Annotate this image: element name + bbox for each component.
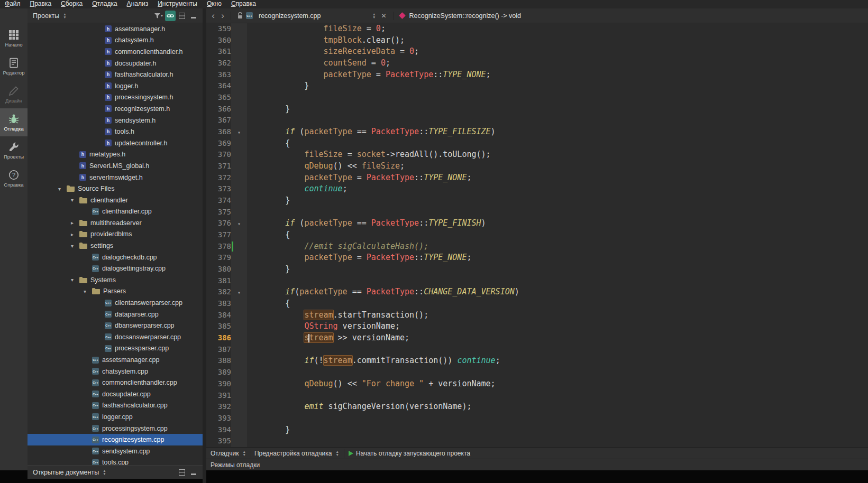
tree-item-processingsystem.cpp[interactable]: C++processingsystem.cpp	[28, 423, 203, 434]
menu-item-Сборка[interactable]: Сборка	[56, 0, 87, 8]
fold-arrow-icon[interactable]: ▾	[237, 221, 241, 227]
tree-item-logger.cpp[interactable]: C++logger.cpp	[28, 411, 203, 423]
line-number[interactable]: 378	[206, 241, 231, 253]
line-number[interactable]: 381	[206, 275, 231, 287]
close-document-button[interactable]: ✕	[377, 12, 390, 20]
close-sidebar-button[interactable]	[188, 467, 199, 478]
code-line-391[interactable]: 391	[206, 390, 868, 402]
line-number[interactable]: 383	[206, 298, 231, 310]
tree-item-settings[interactable]: ▾settings	[28, 240, 203, 252]
line-number[interactable]: 365	[206, 92, 231, 104]
code-line-375[interactable]: 375	[206, 207, 868, 218]
fold-margin[interactable]: ▾	[231, 126, 247, 138]
code-line-377[interactable]: 377 {	[206, 229, 868, 241]
collapse-arrow-icon[interactable]: ▾	[58, 186, 67, 192]
fold-margin[interactable]: ▾	[231, 218, 247, 229]
tree-item-commonclienthandler.cpp[interactable]: C++commonclienthandler.cpp	[28, 377, 203, 388]
split-panel-button[interactable]	[177, 11, 187, 21]
code-line-390[interactable]: 390 qDebug() << "For change " + versionN…	[206, 378, 868, 390]
tree-item-dialogcheckdb.cpp[interactable]: C++dialogcheckdb.cpp	[28, 252, 203, 263]
tree-item-Systems[interactable]: ▾Systems	[28, 274, 203, 286]
line-number[interactable]: 364	[206, 80, 231, 92]
code-line-371[interactable]: 371 qDebug() << fileSize;	[206, 161, 868, 172]
line-number[interactable]: 387	[206, 344, 231, 356]
menu-item-Отладка[interactable]: Отладка	[87, 0, 122, 8]
code-line-369[interactable]: 369 {	[206, 138, 868, 150]
tree-item-docsupdater.h[interactable]: hdocsupdater.h	[28, 58, 203, 69]
tree-item-serverlmswidget.h[interactable]: hserverlmswidget.h	[28, 172, 203, 183]
code-line-386[interactable]: 386 stream >> versionName;	[206, 332, 868, 344]
code-line-362[interactable]: 362 countSend = 0;	[206, 58, 868, 69]
menu-item-Анализ[interactable]: Анализ	[122, 0, 153, 8]
line-number[interactable]: 370	[206, 149, 231, 161]
code-line-381[interactable]: 381	[206, 275, 868, 287]
line-number[interactable]: 371	[206, 161, 231, 172]
code-line-385[interactable]: 385 QString versionName;	[206, 321, 868, 332]
tree-item-Source Files[interactable]: ▾Source Files	[28, 183, 203, 194]
expand-arrow-icon[interactable]: ▸	[71, 220, 79, 226]
tree-item-multithreadserver[interactable]: ▸multithreadserver	[28, 217, 203, 229]
sync-with-editor-button[interactable]	[165, 11, 176, 21]
tree-item-chatsystem.cpp[interactable]: C++chatsystem.cpp	[28, 366, 203, 377]
code-line-395[interactable]: 395	[206, 435, 868, 447]
mode-projects[interactable]: Проекты	[0, 136, 28, 164]
projects-panel-title[interactable]: Проекты	[31, 12, 61, 20]
line-number[interactable]: 391	[206, 390, 231, 402]
mode-design[interactable]: Дизайн	[0, 80, 28, 108]
line-number[interactable]: 390	[206, 378, 231, 390]
code-line-361[interactable]: 361 sizeReceiveData = 0;	[206, 46, 868, 58]
line-number[interactable]: 368	[206, 126, 231, 138]
menu-item-Справка[interactable]: Справка	[226, 0, 261, 8]
line-number[interactable]: 363	[206, 69, 231, 81]
code-line-373[interactable]: 373 continue;	[206, 183, 868, 195]
tree-item-recognizesystem.cpp[interactable]: C++recognizesystem.cpp	[28, 434, 203, 445]
code-line-360[interactable]: 360 tmpBlock.clear();	[206, 35, 868, 47]
collapse-arrow-icon[interactable]: ▾	[84, 289, 92, 294]
code-line-392[interactable]: 392 emit sigChangeVersion(versionName);	[206, 401, 868, 413]
line-number[interactable]: 369	[206, 138, 231, 150]
code-line-394[interactable]: 394 }	[206, 424, 868, 436]
tree-item-chatsystem.h[interactable]: hchatsystem.h	[28, 35, 203, 47]
open-documents-title[interactable]: Открытые документы	[31, 469, 101, 476]
filter-button[interactable]: ▾	[153, 11, 164, 21]
mode-help[interactable]: ?Справка	[0, 164, 28, 192]
menu-item-Инструменты[interactable]: Инструменты	[153, 0, 202, 8]
mode-edit[interactable]: Редактор	[0, 52, 28, 80]
line-number[interactable]: 367	[206, 115, 231, 126]
panel-splitter[interactable]	[203, 8, 206, 483]
line-number[interactable]: 360	[206, 35, 231, 47]
code-line-384[interactable]: 384 stream.startTransaction();	[206, 310, 868, 321]
code-line-378[interactable]: 378 //emit sigCalculateHash();	[206, 241, 868, 253]
expand-arrow-icon[interactable]: ▸	[71, 231, 79, 237]
code-line-382[interactable]: 382▾ if(packetType == PacketType::CHANGE…	[206, 286, 868, 298]
collapse-arrow-icon[interactable]: ▾	[71, 197, 79, 203]
tree-item-clienthandler.cpp[interactable]: C++clienthandler.cpp	[28, 206, 203, 218]
tree-item-dialogsettingstray.cpp[interactable]: C++dialogsettingstray.cpp	[28, 263, 203, 274]
fold-margin[interactable]: ▾	[231, 286, 247, 298]
panel-selector-arrows-icon[interactable]: ▲▼	[63, 13, 66, 18]
start-debugging-button[interactable]: Начать отладку запускающего проекта	[348, 450, 470, 457]
fold-arrow-icon[interactable]: ▾	[237, 290, 241, 295]
tree-item-updatecontroller.h[interactable]: hupdatecontroller.h	[28, 137, 203, 149]
tree-item-commonclienthandler.h[interactable]: hcommonclienthandler.h	[28, 46, 203, 58]
code-line-370[interactable]: 370 fileSize = socket->readAll().toULong…	[206, 149, 868, 161]
line-number[interactable]: 376	[206, 218, 231, 229]
collapse-arrow-icon[interactable]: ▾	[71, 243, 79, 249]
tree-item-docsanswerparser.cpp[interactable]: C++docsanswerparser.cpp	[28, 331, 203, 343]
code-area[interactable]: 359 fileSize = 0;360 tmpBlock.clear();36…	[206, 23, 868, 447]
line-number[interactable]: 372	[206, 172, 231, 184]
line-number[interactable]: 379	[206, 252, 231, 264]
line-number[interactable]: 377	[206, 229, 231, 241]
menu-item-Правка[interactable]: Правка	[25, 0, 57, 8]
code-line-359[interactable]: 359 fileSize = 0;	[206, 23, 868, 35]
tree-item-processingsystem.h[interactable]: hprocessingsystem.h	[28, 92, 203, 104]
line-number[interactable]: 366	[206, 104, 231, 115]
code-line-388[interactable]: 388 if(!stream.commitTransaction()) cont…	[206, 355, 868, 367]
close-sidebar-button[interactable]	[188, 11, 199, 21]
line-number[interactable]: 389	[206, 367, 231, 378]
line-number[interactable]: 393	[206, 413, 231, 424]
mode-debug[interactable]: Отладка	[0, 108, 28, 136]
line-number[interactable]: 375	[206, 207, 231, 218]
tree-item-recognizesystem.h[interactable]: hrecognizesystem.h	[28, 103, 203, 115]
tree-item-providerdblms[interactable]: ▸providerdblms	[28, 229, 203, 240]
